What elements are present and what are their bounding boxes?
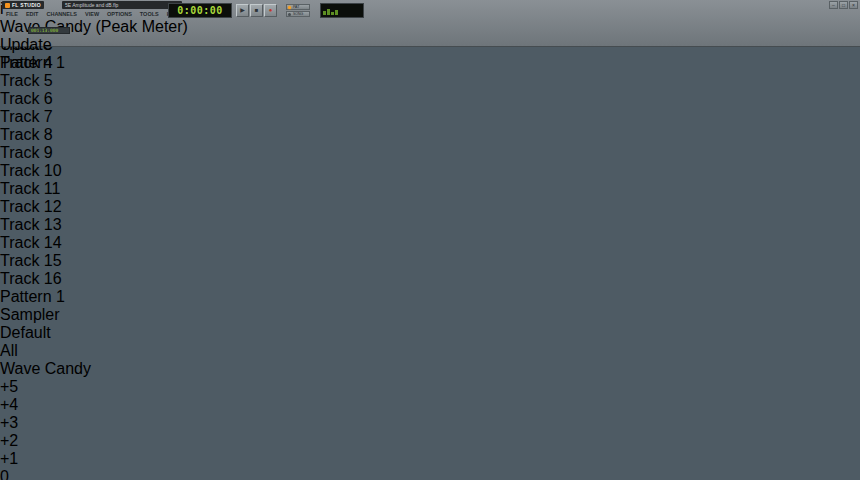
play-button[interactable]: ▶ [236,4,249,17]
playlist-track-name[interactable]: Track 14 [0,234,860,252]
db-scale: +5+4+3+2+10-1-2-3-4-5-6-7-8-9-10-11-12-1… [0,378,860,480]
fl-logo-icon [5,3,10,8]
channel-row: Sampler [0,306,860,324]
window-control-button[interactable]: □ [839,1,848,9]
cpu-meter-display [320,3,364,18]
wave-candy-window[interactable]: Wave Candy +5+4+3+2+10-1-2-3-4-5-6-7-8-9… [0,360,860,480]
playlist-track-name[interactable]: Track 13 [0,216,860,234]
hint-line2: Update [0,36,860,54]
song-mode-button[interactable]: SONG [286,11,310,17]
db-scale-label: +3 [0,414,860,432]
pattern-mode-led [288,6,291,9]
channel-button[interactable]: Sampler [0,306,860,324]
playlist-track-name[interactable]: Track 11 [0,180,860,198]
menu-item[interactable]: VIEW [81,10,103,19]
db-scale-label: +1 [0,450,860,468]
playlist-track-name[interactable]: Track 15 [0,252,860,270]
position-readout: 001:13:000 [28,27,70,34]
channel-rack-titlebar[interactable]: Pattern 1 [0,288,860,306]
playlist-track-name[interactable]: Track 7 [0,108,860,126]
app-logo[interactable]: FL STUDIO [2,1,44,9]
window-controls: –□× [829,1,858,9]
wave-candy-title: Wave Candy [0,360,860,378]
playlist-track-name[interactable]: Track 12 [0,198,860,216]
pattern-mode-button[interactable]: PAT [286,4,310,10]
db-scale-label: +5 [0,378,860,396]
channel-rack-title: Pattern 1 [0,288,65,305]
time-display[interactable]: 0:00:00 [168,3,232,18]
menu-bar: FILEEDITCHANNELSVIEWOPTIONSTOOLSHELP [2,10,185,19]
rack-bottom-bar: All [0,342,860,360]
top-toolbar-area: FL STUDIO 5E Amplitude and dB.flp –□× FI… [0,0,860,47]
playlist-track-name[interactable]: Track 16 [0,270,860,288]
menu-item[interactable]: TOOLS [136,10,163,19]
menu-item[interactable]: FILE [2,10,22,19]
menu-item[interactable]: CHANNELS [42,10,81,19]
transport-controls: ▶ ■ ● [236,4,277,17]
pattern-selector[interactable]: Pattern 1 [0,54,860,72]
channel-button[interactable]: Default [0,324,860,342]
cpu-bar [331,12,334,15]
playlist-track-name[interactable]: Track 10 [0,162,860,180]
pat-song-switch: PAT SONG [286,4,310,17]
db-scale-label: +2 [0,432,860,450]
playlist-track-name[interactable]: Track 6 [0,90,860,108]
channel-row: Default [0,324,860,342]
record-button[interactable]: ● [264,4,277,17]
menu-item[interactable]: OPTIONS [103,10,136,19]
channel-rack-window: Pattern 1 Sampler Default All [0,288,860,360]
channel-filter-select[interactable]: All [0,342,860,360]
menu-item[interactable]: EDIT [22,10,43,19]
cpu-bar [327,9,330,15]
fl-studio-screen: FL STUDIO 5E Amplitude and dB.flp –□× FI… [0,0,860,480]
window-control-button[interactable]: – [829,1,838,9]
cpu-bar [335,10,338,15]
app-logo-text: FL STUDIO [12,2,41,8]
playlist-track-name[interactable]: Track 9 [0,144,860,162]
stop-button[interactable]: ■ [250,4,263,17]
document-title: 5E Amplitude and dB.flp [62,1,182,9]
song-mode-led [288,13,291,16]
playlist-track-name[interactable]: Track 5 [0,72,860,90]
window-control-button[interactable]: × [849,1,858,9]
db-scale-label: 0 [0,468,860,480]
cpu-bar [323,11,326,15]
pattern-mode-label: PAT [293,5,299,9]
hint-line1: Wave Candy (Peak Meter) [0,18,860,36]
playlist-track-name[interactable]: Track 8 [0,126,860,144]
song-mode-label: SONG [293,12,303,16]
db-scale-label: +4 [0,396,860,414]
